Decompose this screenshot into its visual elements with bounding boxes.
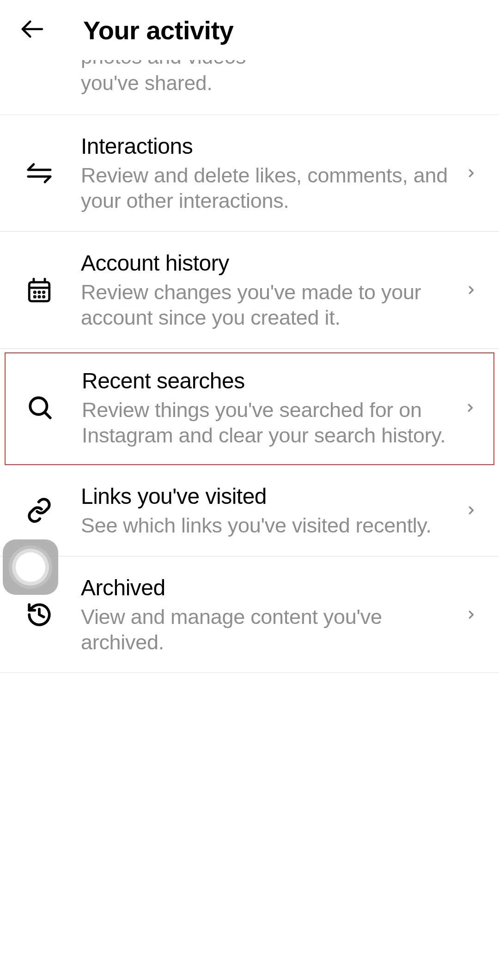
chevron-right-icon bbox=[462, 284, 481, 296]
calendar-icon bbox=[14, 277, 65, 303]
item-title: Interactions bbox=[81, 133, 448, 160]
back-button[interactable] bbox=[18, 16, 46, 44]
partial-line1: photos and videos bbox=[81, 60, 499, 70]
svg-point-8 bbox=[34, 296, 35, 297]
item-content: Recent searches Review things you've sea… bbox=[66, 367, 461, 448]
arrows-exchange-icon bbox=[14, 160, 65, 187]
arrow-left-icon bbox=[19, 16, 45, 44]
activity-list: Interactions Review and delete likes, co… bbox=[0, 115, 499, 673]
page-title: Your activity bbox=[83, 15, 233, 45]
svg-point-6 bbox=[39, 292, 40, 293]
svg-point-9 bbox=[39, 296, 40, 297]
chevron-right-icon bbox=[462, 504, 481, 517]
item-title: Archived bbox=[81, 574, 448, 602]
chevron-right-icon bbox=[462, 608, 481, 621]
chevron-right-icon bbox=[461, 401, 480, 414]
item-desc: Review changes you've made to your accou… bbox=[81, 280, 448, 331]
item-content: Archived View and manage content you've … bbox=[65, 574, 462, 655]
item-content: Links you've visited See which links you… bbox=[65, 483, 462, 538]
chevron-right-icon bbox=[462, 167, 481, 180]
list-item-archived[interactable]: Archived View and manage content you've … bbox=[0, 557, 499, 673]
list-item-account-history[interactable]: Account history Review changes you've ma… bbox=[0, 232, 499, 349]
assistive-touch-button[interactable] bbox=[3, 539, 58, 595]
search-icon bbox=[15, 394, 66, 421]
item-title: Account history bbox=[81, 249, 448, 277]
item-desc: See which links you've visited recently. bbox=[81, 513, 448, 538]
item-content: Account history Review changes you've ma… bbox=[65, 249, 462, 331]
svg-point-5 bbox=[34, 292, 35, 293]
svg-point-7 bbox=[43, 292, 44, 293]
partial-line2: you've shared. bbox=[81, 70, 499, 96]
svg-point-10 bbox=[43, 296, 44, 297]
history-icon bbox=[14, 601, 65, 628]
list-item-interactions[interactable]: Interactions Review and delete likes, co… bbox=[0, 115, 499, 232]
header: Your activity bbox=[0, 0, 499, 60]
item-title: Recent searches bbox=[82, 367, 447, 395]
item-title: Links you've visited bbox=[81, 483, 448, 510]
link-icon bbox=[14, 497, 65, 524]
svg-line-12 bbox=[45, 412, 50, 417]
list-item-links-visited[interactable]: Links you've visited See which links you… bbox=[0, 465, 499, 557]
partial-item: photos and videos you've shared. bbox=[0, 60, 499, 115]
list-item-recent-searches[interactable]: Recent searches Review things you've sea… bbox=[5, 352, 494, 465]
item-desc: Review and delete likes, comments, and y… bbox=[81, 163, 448, 214]
item-desc: Review things you've searched for on Ins… bbox=[82, 398, 447, 448]
item-desc: View and manage content you've archived. bbox=[81, 605, 448, 655]
item-content: Interactions Review and delete likes, co… bbox=[65, 133, 462, 214]
